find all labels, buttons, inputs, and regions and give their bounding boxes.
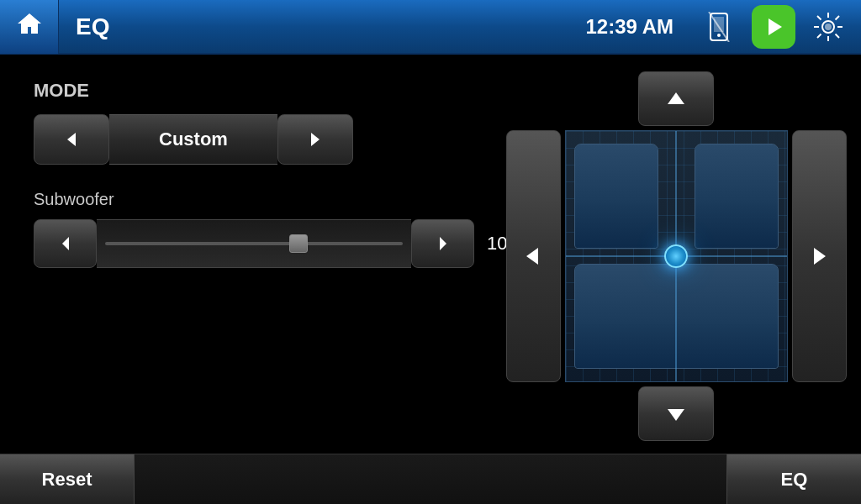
subwoofer-slider[interactable] — [97, 219, 411, 268]
svg-point-5 — [825, 24, 832, 30]
seat-map — [565, 130, 788, 382]
svg-line-11 — [836, 34, 840, 38]
left-panel: MODE Custom Subwoofer — [34, 71, 508, 504]
svg-marker-18 — [668, 92, 684, 104]
svg-marker-16 — [62, 237, 69, 250]
clock: 12:39 AM — [561, 15, 699, 39]
page-title: EQ — [59, 13, 561, 40]
reset-button[interactable]: Reset — [0, 454, 135, 505]
svg-marker-19 — [526, 248, 538, 265]
mode-label: MODE — [34, 80, 508, 102]
seat-back-rear — [575, 265, 778, 327]
seat-front-left — [574, 144, 658, 249]
seat-down-button[interactable] — [638, 386, 714, 441]
seat-crosshair — [664, 244, 688, 268]
svg-marker-15 — [311, 133, 320, 146]
subwoofer-value: 10 — [474, 233, 508, 255]
home-button[interactable] — [0, 0, 59, 54]
phone-icon-btn[interactable] — [699, 7, 739, 47]
seat-rear — [574, 264, 779, 369]
svg-marker-17 — [440, 237, 446, 250]
mode-prev-button[interactable] — [34, 114, 109, 165]
home-icon — [16, 10, 43, 43]
svg-marker-20 — [814, 248, 826, 265]
seat-up-button[interactable] — [638, 71, 714, 126]
mode-value: Custom — [109, 114, 277, 165]
subwoofer-decrease-button[interactable] — [34, 219, 97, 268]
brightness-icon[interactable] — [808, 7, 848, 47]
seat-left-button[interactable] — [506, 130, 561, 382]
subwoofer-increase-button[interactable] — [411, 219, 474, 268]
svg-marker-14 — [67, 133, 76, 146]
slider-track-line — [105, 242, 403, 245]
subwoofer-slider-row: 10 — [34, 219, 508, 268]
seat-middle-row — [506, 130, 847, 382]
seat-back-fr — [695, 144, 778, 207]
play-button[interactable] — [752, 5, 795, 49]
seat-front-right — [695, 144, 779, 249]
header-icons — [699, 5, 861, 49]
mode-controls: Custom — [34, 114, 508, 165]
seat-cushion-fr — [695, 204, 778, 248]
bottom-bar: Reset EQ — [0, 454, 861, 504]
svg-line-12 — [836, 16, 840, 20]
svg-line-10 — [817, 16, 821, 20]
seat-shape-fl — [574, 144, 658, 249]
mode-next-button[interactable] — [277, 114, 353, 165]
main-content: MODE Custom Subwoofer — [0, 55, 861, 504]
seat-right-button[interactable] — [792, 130, 847, 382]
subwoofer-label: Subwoofer — [34, 190, 508, 209]
mode-section: MODE Custom — [34, 80, 508, 165]
right-panel — [508, 71, 861, 504]
subwoofer-section: Subwoofer 10 — [34, 190, 508, 268]
eq-button[interactable]: EQ — [726, 454, 861, 505]
svg-marker-3 — [769, 18, 782, 35]
seat-back-fl — [575, 144, 658, 207]
seat-shape-rear — [574, 264, 779, 369]
svg-rect-1 — [714, 17, 724, 32]
seat-cushion-rear — [575, 324, 778, 368]
svg-line-13 — [817, 34, 821, 38]
svg-marker-21 — [668, 409, 684, 421]
svg-point-2 — [717, 34, 721, 37]
header: EQ 12:39 AM — [0, 0, 861, 55]
seat-shape-fr — [695, 144, 779, 249]
slider-thumb — [289, 234, 308, 253]
seat-cushion-fl — [575, 204, 658, 248]
